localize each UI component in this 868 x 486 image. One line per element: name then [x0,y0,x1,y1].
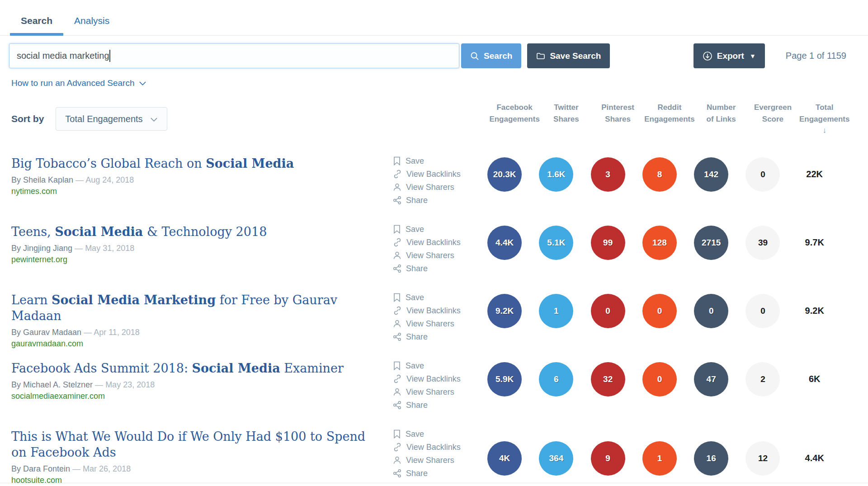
view-backlinks-button[interactable]: View Backlinks [393,170,479,179]
column-header-twitter-shares: TwitterShares [540,102,592,137]
download-circle-icon [703,51,712,61]
result-metrics: 5.9K 6 32 0 47 2 6K [479,359,840,396]
article-title-link[interactable]: Teens, Social Media & Technology 2018 [11,224,382,240]
sort-dropdown[interactable]: Total Engagements [56,107,167,131]
share-button[interactable]: Share [393,401,479,410]
evergreen-score-badge: 12 [745,441,780,476]
view-sharers-button[interactable]: View Sharers [393,319,479,329]
share-button[interactable]: Share [393,264,479,274]
evergreen-score-badge: 2 [745,362,780,396]
results-list: Big Tobacco’s Global Reach on Social Med… [0,147,868,483]
twitter-shares-badge: 364 [539,441,573,476]
view-sharers-button[interactable]: View Sharers [393,251,479,260]
result-actions: Save View Backlinks View Sharers Share [393,155,479,209]
reddit-engagements-badge: 0 [642,294,677,328]
result-row: Big Tobacco’s Global Reach on Social Med… [0,147,868,216]
result-info: Big Tobacco’s Global Reach on Social Med… [11,155,393,196]
share-button[interactable]: Share [393,196,479,205]
facebook-engagements-badge: 4K [487,441,522,476]
domain-link[interactable]: socialmediaexaminer.com [11,392,393,401]
article-title-link[interactable]: This is What We Would Do if We Only Had … [11,429,382,460]
result-row: This is What We Would Do if We Only Had … [0,420,868,483]
text-cursor [109,50,110,62]
view-sharers-button[interactable]: View Sharers [393,456,479,465]
reddit-engagements-badge: 0 [642,362,677,396]
save-article-button[interactable]: Save [393,293,479,302]
advanced-search-link[interactable]: How to run an Advanced Search [11,78,146,88]
column-header-pinterest-shares: PinterestShares [592,102,644,137]
search-input-wrap [9,43,459,68]
result-info: This is What We Would Do if We Only Had … [11,428,393,485]
folder-icon [536,52,545,61]
byline: By Michael A. Stelzner — May 23, 2018 [11,380,393,390]
article-title-link[interactable]: Big Tobacco’s Global Reach on Social Med… [11,156,382,171]
view-sharers-button[interactable]: View Sharers [393,183,479,192]
domain-link[interactable]: gauravmadaan.com [11,339,393,349]
share-button[interactable]: Share [393,332,479,342]
result-actions: Save View Backlinks View Sharers Share [393,291,479,345]
view-backlinks-button[interactable]: View Backlinks [393,374,479,384]
number-of-links-badge: 47 [694,362,728,396]
sort-and-headers-band: Sort by Total Engagements FacebookEngage… [0,102,868,137]
pinterest-shares-badge: 0 [591,294,625,328]
tab-search[interactable]: Search [10,15,63,35]
reddit-engagements-badge: 1 [642,441,677,476]
advanced-search-label: How to run an Advanced Search [11,78,135,88]
sort-by-label: Sort by [11,113,44,124]
byline: By Jingjing Jiang — May 31, 2018 [11,244,393,253]
search-input[interactable] [9,43,459,68]
result-row: Teens, Social Media & Technology 2018 By… [0,216,868,284]
result-actions: Save View Backlinks View Sharers Share [393,359,479,414]
result-metrics: 9.2K 1 0 0 0 0 9.2K [479,291,840,328]
column-header-number-of-links: Numberof Links [695,102,747,137]
pinterest-shares-badge: 3 [591,157,625,192]
view-sharers-button[interactable]: View Sharers [393,387,479,397]
save-article-button[interactable]: Save [393,429,479,439]
byline: By Sheila Kaplan — Aug 24, 2018 [11,175,393,185]
reddit-engagements-badge: 128 [642,226,677,260]
article-title-link[interactable]: Facebook Ads Summit 2018: Social Media E… [11,360,382,376]
number-of-links-badge: 16 [694,441,728,476]
save-article-button[interactable]: Save [393,225,479,234]
result-row: Facebook Ads Summit 2018: Social Media E… [0,352,868,420]
domain-link[interactable]: nytimes.com [11,187,393,196]
save-search-button[interactable]: Save Search [527,43,610,68]
search-toolbar: Search Save Search Export ▼ Page 1 of 11… [9,43,846,68]
domain-link[interactable]: pewinternet.org [11,255,393,264]
export-button[interactable]: Export ▼ [693,43,765,68]
search-icon [470,52,479,61]
view-backlinks-button[interactable]: View Backlinks [393,238,479,247]
evergreen-score-badge: 39 [745,226,780,260]
search-button[interactable]: Search [461,43,521,68]
byline: By Dara Fontein — Mar 26, 2018 [11,464,393,474]
twitter-shares-badge: 1.6K [539,157,573,192]
page-indicator: Page 1 of 1159 [786,51,846,61]
caret-down-icon: ▼ [750,52,756,60]
twitter-shares-badge: 5.1K [539,226,573,260]
save-article-button[interactable]: Save [393,361,479,371]
reddit-engagements-badge: 8 [642,157,677,192]
result-actions: Save View Backlinks View Sharers Share [393,428,479,482]
twitter-shares-badge: 6 [539,362,573,396]
view-backlinks-button[interactable]: View Backlinks [393,306,479,316]
chevron-down-icon [150,114,158,124]
article-title-link[interactable]: Learn Social Media Marketing for Free by… [11,292,382,324]
view-backlinks-button[interactable]: View Backlinks [393,443,479,452]
sort-direction-arrow-icon: ↓ [822,126,826,135]
save-article-button[interactable]: Save [393,156,479,166]
tab-bar: Search Analysis [0,0,868,36]
result-row: Learn Social Media Marketing for Free by… [0,284,868,352]
metric-column-headers: FacebookEngagements TwitterShares Pinter… [489,102,850,137]
tab-analysis[interactable]: Analysis [63,15,120,35]
result-info: Teens, Social Media & Technology 2018 By… [11,223,393,264]
total-engagements-value: 4.4K [797,441,832,476]
share-button[interactable]: Share [393,469,479,478]
sort-dropdown-value: Total Engagements [65,114,142,124]
save-search-label: Save Search [550,51,601,61]
result-info: Facebook Ads Summit 2018: Social Media E… [11,359,393,401]
domain-link[interactable]: hootsuite.com [11,476,393,485]
total-engagements-value: 9.7K [797,226,832,260]
facebook-engagements-badge: 20.3K [487,157,522,192]
column-header-facebook-engagements: FacebookEngagements [489,102,540,137]
number-of-links-badge: 2715 [694,226,728,260]
